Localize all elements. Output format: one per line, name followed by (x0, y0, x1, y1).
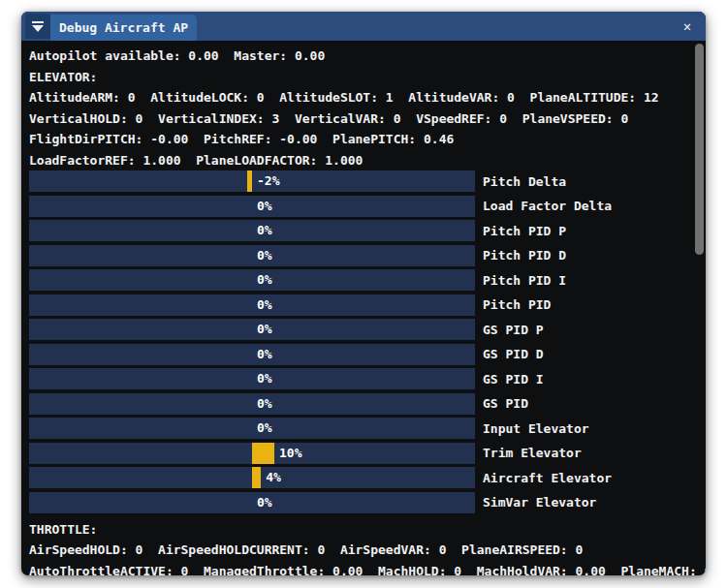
gauge-label: GS PID P (483, 323, 544, 337)
gauge-track: 0% (29, 393, 475, 415)
gauge-track: 0% (29, 368, 475, 389)
gauge-row: 0% Load Factor Delta (29, 196, 706, 217)
readout-line: ELEVATOR: (29, 67, 706, 88)
collapse-button[interactable] (25, 14, 50, 39)
readout-line: AutoThrottleACTIVE: 0 ManagedThrottle: 0… (29, 561, 706, 576)
titlebar: Debug Aircraft AP ✕ (21, 12, 706, 41)
gauge-row: 0% SimVar Elevator (29, 492, 706, 513)
gauge-value: 0% (257, 492, 272, 513)
titlebar-spacer (197, 12, 673, 41)
gauge-track: 0% (29, 418, 475, 439)
gauge-row: 0% GS PID D (29, 344, 706, 365)
debug-content: Autopilot available: 0.00 Master: 0.00EL… (21, 41, 706, 575)
window-title-tab[interactable]: Debug Aircraft AP (50, 15, 197, 41)
gauge-label: GS PID D (483, 347, 544, 361)
gauge-row: 0% Pitch PID D (29, 245, 706, 266)
gauge-label: Load Factor Delta (483, 199, 612, 213)
gauge-row: 0% Pitch PID (29, 294, 706, 316)
gauge-track: 0% (29, 492, 475, 513)
gauge-track: 10% (29, 443, 475, 464)
top-readout-lines: Autopilot available: 0.00 Master: 0.00EL… (29, 46, 706, 170)
close-icon: ✕ (683, 18, 691, 34)
gauge-track: -2% (29, 170, 475, 192)
gauge-row: 0% Pitch PID I (29, 269, 706, 291)
readout-line: THROTTLE: (29, 519, 706, 541)
gauge-track: 0% (29, 220, 475, 241)
gauge-label: Pitch Delta (483, 174, 566, 189)
gauge-value: 0% (257, 319, 272, 340)
gauge-fill (252, 443, 274, 464)
window-title: Debug Aircraft AP (59, 20, 188, 35)
gauge-value: 0% (257, 418, 272, 439)
gauge-value: -2% (257, 170, 279, 192)
gauge-value: 4% (266, 467, 281, 488)
debug-ap-window: Debug Aircraft AP ✕ Autopilot available:… (21, 12, 706, 575)
gauge-value: 0% (257, 245, 272, 266)
gauge-track: 0% (29, 319, 475, 340)
gauge-value: 0% (257, 269, 272, 291)
gauge-row: 10% Trim Elevator (29, 443, 706, 464)
gauge-label: Aircraft Elevator (483, 471, 612, 485)
gauge-row: -2% Pitch Delta (29, 170, 706, 192)
gauge-value: 0% (257, 393, 272, 415)
gauge-label: Input Elevator (483, 421, 589, 436)
readout-line: VerticalHOLD: 0 VerticalINDEX: 3 Vertica… (29, 108, 706, 130)
readout-line: LoadFactorREF: 1.000 PlaneLOADFACTOR: 1.… (29, 150, 706, 171)
gauge-row: 0% Input Elevator (29, 418, 706, 439)
gauge-fill (247, 170, 252, 192)
bottom-readout-lines: THROTTLE:AirSpeedHOLD: 0 AirSpeedHOLDCUR… (29, 519, 706, 576)
gauge-row: 0% GS PID I (29, 368, 706, 389)
collapse-triangle-icon (32, 21, 44, 32)
gauge-value: 10% (279, 443, 301, 464)
gauge-label: Pitch PID D (483, 248, 566, 263)
gauge-label: Pitch PID I (483, 273, 566, 288)
gauge-label: Pitch PID (483, 297, 551, 312)
gauge-row: 0% Pitch PID P (29, 220, 706, 241)
gauge-row: 0% GS PID P (29, 319, 706, 340)
gauge-track: 0% (29, 196, 475, 217)
close-button[interactable]: ✕ (673, 12, 702, 41)
scrollbar-thumb[interactable] (695, 44, 704, 255)
gauge-fill (252, 467, 261, 488)
gauge-label: GS PID I (483, 372, 544, 387)
gauge-track: 0% (29, 269, 475, 291)
readout-line: FlightDirPITCH: -0.00 PitchREF: -0.00 Pl… (29, 129, 706, 150)
gauge-value: 0% (257, 344, 272, 365)
gauge-label: Pitch PID P (483, 224, 566, 238)
gauge-track: 4% (29, 467, 475, 488)
gauge-track: 0% (29, 344, 475, 365)
gauge-value: 0% (257, 220, 272, 241)
gauge-label: SimVar Elevator (483, 495, 596, 510)
gauge-value: 0% (257, 368, 272, 389)
bars-list: -2% Pitch Delta 0% Load Factor Delta 0% … (29, 170, 706, 513)
gauge-track: 0% (29, 245, 475, 266)
gauge-label: GS PID (483, 396, 528, 411)
gauge-row: 0% GS PID (29, 393, 706, 415)
gauge-label: Trim Elevator (483, 446, 582, 460)
gauge-row: 4% Aircraft Elevator (29, 467, 706, 488)
gauge-value: 0% (257, 294, 272, 316)
readout-line: Autopilot available: 0.00 Master: 0.00 (29, 46, 706, 67)
gauge-value: 0% (257, 196, 272, 217)
readout-line: AltitudeARM: 0 AltitudeLOCK: 0 AltitudeS… (29, 87, 706, 108)
readout-line: AirSpeedHOLD: 0 AirSpeedHOLDCURRENT: 0 A… (29, 540, 706, 561)
gauge-track: 0% (29, 294, 475, 316)
